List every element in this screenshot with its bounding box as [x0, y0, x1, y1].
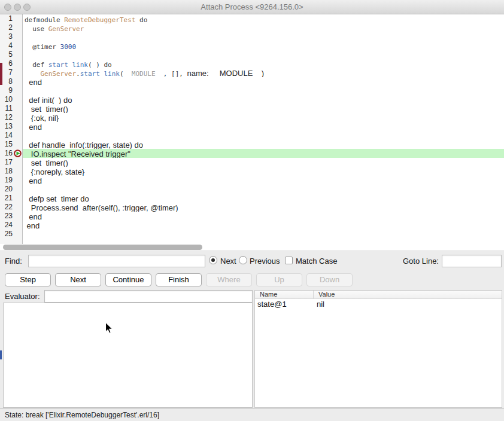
gutter[interactable]: 1 [0, 14, 23, 23]
gutter[interactable]: 5 [0, 50, 23, 59]
code-line[interactable]: 7 GenServer.start_link(__MODULE__, [], n… [0, 68, 504, 77]
gutter[interactable]: 7 [0, 68, 23, 77]
gutter[interactable]: 17 [0, 158, 23, 167]
gutter[interactable]: 15 [0, 140, 23, 149]
code-line[interactable]: 9 [0, 86, 504, 95]
code-line[interactable]: 1defmodule RemoteDebuggerTest do [0, 14, 504, 23]
line-number[interactable]: 9 [0, 86, 13, 95]
line-number[interactable]: 2 [0, 23, 13, 32]
next-button[interactable]: Next [55, 273, 101, 286]
window-title: Attach Process <9264.156.0> [0, 0, 504, 14]
code-text: end [23, 176, 504, 185]
code-line[interactable]: 25 [0, 230, 504, 239]
line-number[interactable]: 13 [0, 122, 13, 131]
code-area[interactable]: 1defmodule RemoteDebuggerTest do2 use Ge… [0, 14, 504, 244]
line-number[interactable]: 6 [0, 59, 13, 68]
code-line[interactable]: 21 defp set_timer do [0, 194, 504, 203]
code-line[interactable]: 16 IO.inspect "Received trigger" [0, 149, 504, 158]
code-line[interactable]: 23 end [0, 212, 504, 221]
gutter[interactable]: 20 [0, 185, 23, 194]
mouse-cursor [105, 322, 114, 335]
code-line[interactable]: 6 def start_link(_) do [0, 59, 504, 68]
continue-button[interactable]: Continue [105, 273, 151, 286]
finish-button[interactable]: Finish [156, 273, 202, 286]
goto-line-label: Goto Line: [403, 257, 439, 266]
goto-line-input[interactable] [442, 255, 502, 267]
code-text [23, 185, 504, 194]
line-number[interactable]: 17 [0, 158, 13, 167]
gutter[interactable]: 24 [0, 221, 23, 230]
gutter[interactable]: 6 [0, 59, 23, 68]
code-line[interactable]: 13 end [0, 122, 504, 131]
gutter[interactable]: 8 [0, 77, 23, 86]
next-radio[interactable] [209, 256, 217, 264]
line-number[interactable]: 1 [0, 14, 13, 23]
code-line[interactable]: 20 [0, 185, 504, 194]
gutter[interactable]: 21 [0, 194, 23, 203]
scrollbar-thumb[interactable] [3, 245, 202, 250]
line-number[interactable]: 23 [0, 212, 13, 221]
line-number[interactable]: 19 [0, 176, 13, 185]
gutter[interactable]: 4 [0, 41, 23, 50]
gutter[interactable]: 12 [0, 113, 23, 122]
code-line[interactable]: 3 [0, 32, 504, 41]
gutter[interactable]: 13 [0, 122, 23, 131]
code-line[interactable]: 4 @timer 3000 [0, 41, 504, 50]
line-number[interactable]: 10 [0, 95, 13, 104]
code-line[interactable]: 17 set_timer() [0, 158, 504, 167]
code-line[interactable]: 5 [0, 50, 504, 59]
line-number[interactable]: 5 [0, 50, 13, 59]
gutter[interactable]: 19 [0, 176, 23, 185]
evaluator-output[interactable] [3, 303, 253, 408]
gutter[interactable]: 9 [0, 86, 23, 95]
line-number[interactable]: 22 [0, 203, 13, 212]
code-line[interactable]: 8 end [0, 77, 504, 86]
line-number[interactable]: 11 [0, 104, 13, 113]
previous-radio[interactable] [239, 256, 247, 264]
code-line[interactable]: 14 [0, 131, 504, 140]
code-line[interactable]: 19 end [0, 176, 504, 185]
code-line[interactable]: 10 def init(_) do [0, 95, 504, 104]
gutter[interactable]: 23 [0, 212, 23, 221]
code-line[interactable]: 22 Process.send_after(self(), :trigger, … [0, 203, 504, 212]
line-number[interactable]: 16 [0, 149, 13, 158]
gutter[interactable]: 22 [0, 203, 23, 212]
code-line[interactable]: 15 def handle_info(:trigger, state) do [0, 140, 504, 149]
step-button[interactable]: Step [5, 273, 51, 286]
gutter[interactable]: 16 [0, 149, 23, 158]
code-line[interactable]: 18 {:noreply, state} [0, 167, 504, 176]
previous-radio-label: Previous [250, 257, 280, 266]
horizontal-scrollbar[interactable] [0, 244, 504, 251]
gutter[interactable]: 25 [0, 230, 23, 239]
line-number[interactable]: 21 [0, 194, 13, 203]
line-number[interactable]: 3 [0, 32, 13, 41]
code-text: IO.inspect "Received trigger" [23, 149, 504, 158]
line-number[interactable]: 12 [0, 113, 13, 122]
breakpoint-icon[interactable] [14, 150, 22, 157]
find-input[interactable] [28, 255, 205, 267]
gutter[interactable]: 2 [0, 23, 23, 32]
evaluator-input[interactable] [44, 290, 253, 303]
code-text: @timer 3000 [23, 41, 504, 50]
gutter[interactable]: 11 [0, 104, 23, 113]
code-line[interactable]: 12 {:ok, nil} [0, 113, 504, 122]
line-number[interactable]: 25 [0, 230, 13, 239]
line-number[interactable]: 14 [0, 131, 13, 140]
gutter[interactable]: 3 [0, 32, 23, 41]
line-number[interactable]: 15 [0, 140, 13, 149]
binding-row[interactable]: state@1nil [255, 299, 502, 309]
gutter[interactable]: 18 [0, 167, 23, 176]
line-number[interactable]: 8 [0, 77, 13, 86]
gutter[interactable]: 14 [0, 131, 23, 140]
gutter[interactable]: 10 [0, 95, 23, 104]
code-line[interactable]: 11 set_timer() [0, 104, 504, 113]
code-line[interactable]: 24 end [0, 221, 504, 230]
line-number[interactable]: 4 [0, 41, 13, 50]
line-number[interactable]: 18 [0, 167, 13, 176]
code-line[interactable]: 2 use GenServer [0, 23, 504, 32]
line-number[interactable]: 20 [0, 185, 13, 194]
name-column-header: Name [255, 291, 314, 298]
line-number[interactable]: 24 [0, 221, 13, 230]
line-number[interactable]: 7 [0, 68, 13, 77]
match-case-checkbox[interactable] [285, 257, 293, 264]
